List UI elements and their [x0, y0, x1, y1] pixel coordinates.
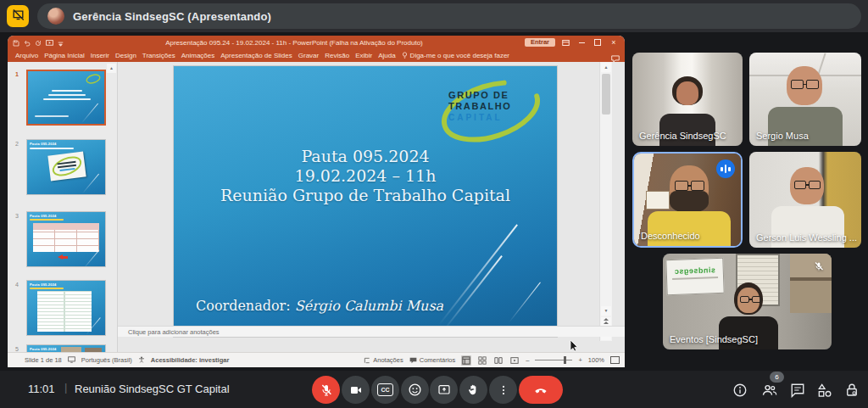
slide-vertical-scrollbar[interactable]: ▲ ▼ [599, 62, 612, 341]
reactions-button[interactable] [401, 376, 429, 404]
scrollbar-thumb[interactable] [602, 74, 610, 115]
chat-button[interactable] [788, 381, 807, 400]
minimize-button[interactable] [576, 37, 587, 48]
tab-ajuda[interactable]: Ajuda [378, 52, 395, 59]
scroll-up-button[interactable]: ▲ [601, 63, 611, 72]
video-tile-sergio[interactable]: Sergio Musa [749, 53, 861, 146]
undo-icon[interactable] [24, 36, 31, 50]
ribbon-display-options-button[interactable] [559, 37, 571, 48]
current-slide[interactable]: Pauta 095.2024 19.02.2024 – 11h Reunião … [174, 66, 557, 337]
slide-title-line3: Reunião Grupo de Trabalho Capital [174, 186, 557, 205]
participant-name: Desconhecido [641, 231, 700, 241]
mic-toggle-button[interactable] [312, 376, 340, 404]
thumb-number: 4 [15, 282, 19, 288]
comments-button[interactable]: Comentários [409, 356, 456, 364]
ppt-window-title: Apresentação 095.24 - 19.02.2024 - 11h -… [68, 39, 520, 47]
normal-view-button[interactable] [461, 355, 471, 366]
presenting-label: Gerência SindsegSC (Apresentando) [73, 10, 271, 23]
meeting-details-button[interactable] [731, 381, 749, 400]
zoom-level[interactable]: 100% [588, 356, 604, 364]
tab-inserir[interactable]: Inserir [91, 52, 109, 59]
grupo-trabalho-capital-logo: GRUPO DE TRABALHO CAPITAL [435, 75, 547, 148]
slide-thumbnail-4[interactable]: Pauta 095.2024 [26, 280, 106, 336]
slide-thumbnail-5[interactable]: Pauta 095.2024 [26, 344, 106, 352]
thumbnail-scroll-up-button[interactable]: ▲ [107, 64, 116, 73]
slide-sorter-view-button[interactable] [477, 355, 487, 366]
thumb-table [37, 291, 92, 332]
camera-toggle-button[interactable] [342, 376, 370, 404]
info-icon [732, 383, 748, 398]
tab-gravar[interactable]: Gravar [298, 52, 319, 59]
video-tile-desconhecido[interactable]: Desconhecido [632, 152, 743, 248]
ppt-title-bar: Apresentação 095.24 - 19.02.2024 - 11h -… [8, 36, 625, 49]
language-status[interactable]: Português (Brasil) [81, 356, 132, 364]
close-button[interactable]: × [608, 37, 620, 48]
slideshow-view-button[interactable] [509, 355, 520, 366]
more-options-button[interactable] [489, 376, 517, 404]
zoom-out-button[interactable]: – [526, 356, 529, 364]
tab-apresentacao-de-slides[interactable]: Apresentação de Slides [220, 52, 292, 59]
call-end-icon [533, 383, 548, 398]
present-now-button[interactable] [430, 376, 458, 404]
save-icon[interactable] [13, 36, 19, 50]
slide-thumbnail-2[interactable]: Pauta 095.2024 [26, 139, 106, 195]
speaking-indicator [716, 159, 735, 178]
tell-me-box[interactable]: Diga-me o que você deseja fazer [402, 52, 509, 60]
slide-title-block: Pauta 095.2024 19.02.2024 – 11h Reunião … [174, 147, 557, 205]
activities-button[interactable] [815, 381, 834, 400]
reading-view-button[interactable] [493, 355, 504, 366]
maximize-button[interactable] [592, 37, 604, 48]
captions-button[interactable]: CC [371, 376, 399, 404]
thumb-logo-swoosh [85, 74, 102, 84]
tab-revisao[interactable]: Revisão [325, 52, 349, 59]
video-tile-gerson[interactable]: Gerson Luis Wessling ... [749, 152, 861, 248]
raise-hand-button[interactable] [459, 376, 487, 404]
leave-call-button[interactable] [519, 376, 563, 404]
logo-line2: TRABALHO [448, 101, 512, 112]
show-everyone-button[interactable] [760, 381, 779, 400]
scroll-down-button[interactable]: ▼ [601, 306, 611, 316]
zoom-slider[interactable] [535, 360, 572, 360]
comments-icon [409, 357, 417, 364]
tab-animacoes[interactable]: Animações [181, 52, 215, 59]
sign-in-button[interactable]: Entrar [525, 38, 555, 47]
notes-pane[interactable]: Clique para adicionar anotações [118, 326, 625, 337]
ppt-ribbon-tabs: Arquivo Página Inicial Inserir Design Tr… [8, 49, 625, 62]
emoji-icon [408, 383, 422, 397]
slide-title-line1: Pauta 095.2024 [174, 147, 557, 166]
camera-icon [349, 383, 363, 397]
slide-decorative-streak [438, 224, 518, 325]
accessibility-status[interactable]: Acessibilidade: investigar [151, 356, 230, 364]
display-settings-icon[interactable] [68, 356, 75, 365]
video-tile-gerencia[interactable]: Gerência SindsegSC [632, 53, 743, 146]
stop-presenting-button[interactable] [7, 5, 29, 27]
meeting-name: Reunião SindsegSC GT Capital [75, 383, 230, 395]
presenting-pill[interactable]: Gerência SindsegSC (Apresentando) [37, 3, 861, 29]
fit-slide-to-window-button[interactable] [610, 356, 620, 364]
top-bar: Gerência SindsegSC (Apresentando) [0, 0, 868, 32]
more-vert-icon [498, 384, 509, 396]
tab-transicoes[interactable]: Transições [142, 52, 175, 59]
host-controls-button[interactable] [843, 381, 861, 400]
captions-icon: CC [377, 383, 393, 396]
zoom-in-button[interactable]: + [578, 356, 581, 364]
slideshow-icon[interactable] [46, 36, 53, 50]
tab-design[interactable]: Design [115, 52, 136, 59]
customize-qat-icon[interactable] [58, 36, 64, 50]
video-tile-eventos[interactable]: sindsegsc Eventos [SindsegSC] [663, 254, 832, 349]
tab-exibir[interactable]: Exibir [355, 52, 372, 59]
tab-pagina-inicial[interactable]: Página Inicial [44, 52, 85, 59]
slide-thumbnail-1[interactable] [26, 70, 106, 126]
ppt-status-bar: Slide 1 de 18 Português (Brasil) Acessib… [8, 352, 625, 367]
slide-thumbnail-3[interactable]: Pauta 095.2024 [26, 211, 106, 267]
tab-arquivo[interactable]: Arquivo [15, 52, 38, 59]
zoom-slider-thumb[interactable] [564, 356, 566, 364]
presenter-avatar [47, 8, 64, 25]
annotations-button[interactable]: Anotações [364, 356, 403, 364]
redo-icon[interactable] [35, 36, 42, 50]
slide-counter: Slide 1 de 18 [25, 356, 62, 364]
thumb-number: 2 [15, 141, 19, 147]
lock-icon [844, 383, 860, 398]
powerpoint-window: Apresentação 095.24 - 19.02.2024 - 11h -… [8, 36, 625, 367]
comments-label: Comentários [420, 356, 456, 364]
